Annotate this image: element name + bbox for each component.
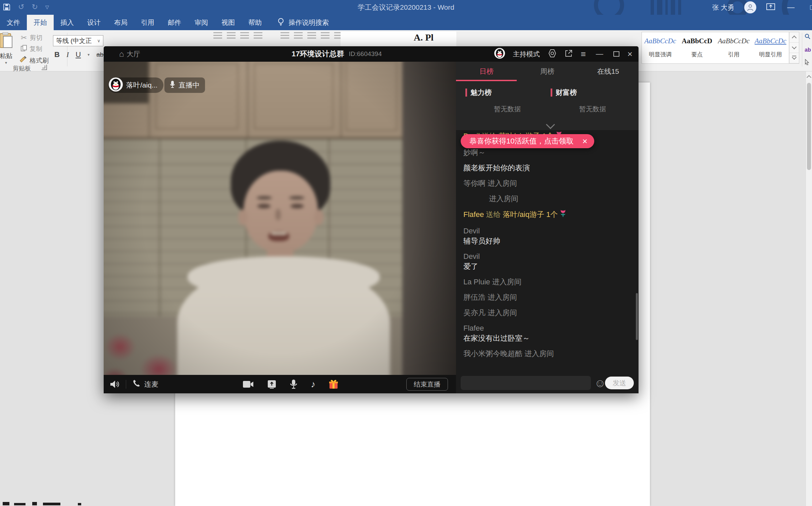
word-titlebar: ↺ ↻ ▽ 学工会议记录20200213 - Word 张 大勇 — □ xyxy=(0,0,812,15)
chat-message: 颜老板开始你的表演 xyxy=(463,163,632,173)
settings-gear-icon[interactable] xyxy=(548,49,557,59)
microphone-icon[interactable] xyxy=(290,379,297,389)
end-stream-button[interactable]: 结束直播 xyxy=(406,378,448,391)
tab-mailings[interactable]: 邮件 xyxy=(161,15,188,30)
cut-button[interactable]: ✂剪切 xyxy=(21,34,42,42)
mic-link-button[interactable]: 连麦 xyxy=(132,380,158,389)
font-name-select[interactable]: 等线 (中文正∨ xyxy=(53,35,103,46)
streamer-avatar xyxy=(109,77,123,93)
maximize-button[interactable]: □ xyxy=(807,3,812,12)
copy-button[interactable]: 复制 xyxy=(21,45,42,53)
gallery-scroll-up-icon xyxy=(790,32,799,43)
tab-references[interactable]: 引用 xyxy=(134,15,161,30)
chat-scrollbar-thumb[interactable] xyxy=(636,293,638,340)
document-heading-fragment: A. Pl xyxy=(341,32,456,46)
charm-board: 魅力榜 暂无数据 xyxy=(465,88,549,114)
underline-button[interactable]: U xyxy=(75,50,81,59)
paste-button[interactable]: 粘贴 ▾ xyxy=(0,32,16,65)
collapse-chevron-icon[interactable] xyxy=(547,121,555,128)
mic-badge-icon xyxy=(170,80,175,90)
clipboard-group-label: 剪贴板 xyxy=(13,64,31,72)
find-button[interactable]: 查找 xyxy=(805,33,812,42)
gift-icon[interactable] xyxy=(329,379,338,389)
wealth-empty: 暂无数据 xyxy=(551,105,635,114)
bold-button[interactable]: B xyxy=(54,50,60,59)
music-icon[interactable]: ♪ xyxy=(311,379,315,390)
vignette-overlay xyxy=(104,62,456,393)
style-list-paragraph[interactable]: AaBbCcD 要点 xyxy=(679,32,716,63)
chat-list[interactable]: 恭喜你获得10活跃值，点击领取 × Devil 送给 落叶/aiq游子 1个 妙… xyxy=(456,130,639,373)
qq-close-button[interactable]: × xyxy=(627,49,632,59)
tab-review[interactable]: 审阅 xyxy=(188,15,215,30)
tell-me-search[interactable]: 操作说明搜索 xyxy=(268,15,329,30)
tab-daily-rank[interactable]: 日榜 xyxy=(456,62,517,81)
account-avatar[interactable] xyxy=(744,1,756,13)
wealth-board: 财富榜 暂无数据 xyxy=(551,88,635,114)
send-button[interactable]: 发送 xyxy=(605,377,634,389)
lobby-button[interactable]: ⌂ 大厅 xyxy=(119,49,140,59)
chat-input-row: ☺ 发送 xyxy=(456,373,639,393)
styles-gallery-scroll[interactable] xyxy=(789,32,799,64)
tab-layout[interactable]: 布局 xyxy=(107,15,134,30)
host-mode-label[interactable]: 主持模式 xyxy=(513,50,540,59)
style-intense-emphasis[interactable]: AaBbCcDc 明显强调 xyxy=(642,32,679,63)
chat-message: Devil 爱了 xyxy=(463,251,632,272)
replace-icon: ab xyxy=(805,47,811,53)
qq-maximize-button[interactable] xyxy=(613,51,619,57)
live-badge: 直播中 xyxy=(164,77,205,93)
style-quote[interactable]: AaBbCcDc 引用 xyxy=(715,32,752,63)
enter-room-message: 等你啊 进入房间 xyxy=(463,178,632,188)
popout-icon[interactable] xyxy=(565,49,573,59)
replace-button[interactable]: ab 替换 xyxy=(805,46,812,54)
camera-icon[interactable] xyxy=(243,380,254,388)
ribbon-tab-bar: 文件 开始 插入 设计 布局 引用 邮件 审阅 视图 帮助 操作说明搜索 xyxy=(0,15,812,30)
tab-design[interactable]: 设计 xyxy=(81,15,107,30)
format-painter-button[interactable]: 格式刷 xyxy=(19,56,49,65)
streamer-badge[interactable]: 落叶/aiq... xyxy=(108,77,163,93)
italic-button[interactable]: I xyxy=(66,50,69,59)
scroll-up-icon[interactable] xyxy=(806,73,812,80)
speaker-icon[interactable] xyxy=(110,380,120,389)
qq-titlebar[interactable]: ⌂ 大厅 17环境设计总群 ID:6604394 主持模式 ≡ — xyxy=(104,46,639,62)
gallery-scroll-down-icon xyxy=(790,43,799,53)
activity-toast[interactable]: 恭喜你获得10活跃值，点击领取 × xyxy=(461,134,594,148)
tab-online-count[interactable]: 在线15 xyxy=(578,62,639,81)
leaderboard-tabs: 日榜 周榜 在线15 xyxy=(456,62,639,81)
gift-message: Flafee 送给 落叶/aiq游子 1个 xyxy=(463,209,632,221)
word-scrollbar[interactable] xyxy=(806,71,812,506)
screen: ↺ ↻ ▽ 学工会议记录20200213 - Word 张 大勇 — □ 文件 … xyxy=(0,0,812,506)
video-area[interactable]: 落叶/aiq... 直播中 连麦 xyxy=(104,62,456,393)
screen-share-icon[interactable] xyxy=(267,380,276,389)
paragraph-group-icons[interactable] xyxy=(213,32,343,40)
qq-avatar[interactable] xyxy=(494,48,505,60)
menu-icon[interactable]: ≡ xyxy=(581,49,586,59)
enter-room-message: 吴亦凡 进入房间 xyxy=(463,308,632,318)
chat-input[interactable] xyxy=(461,376,591,390)
leaderboards: 魅力榜 暂无数据 财富榜 暂无数据 xyxy=(456,81,639,130)
ribbon-display-options-icon[interactable] xyxy=(766,3,775,12)
account-name[interactable]: 张 大勇 xyxy=(712,3,734,12)
emoji-button[interactable]: ☺ xyxy=(594,376,606,390)
tab-weekly-rank[interactable]: 周榜 xyxy=(517,62,577,81)
style-intense-quote[interactable]: AaBbCcDc 明显引用 xyxy=(752,32,789,63)
cut-icon: ✂ xyxy=(21,34,27,42)
tab-help[interactable]: 帮助 xyxy=(242,15,268,30)
select-button[interactable]: 选择 xyxy=(805,58,812,67)
home-icon: ⌂ xyxy=(119,49,124,59)
minimize-button[interactable]: — xyxy=(785,3,797,12)
chat-message: Devil 辅导员好帅 xyxy=(463,226,632,246)
tab-home[interactable]: 开始 xyxy=(27,15,54,30)
tab-file[interactable]: 文件 xyxy=(0,15,27,30)
styles-gallery: AaBbCcDc 明显强调 AaBbCcD 要点 AaBbCcDc 引用 AaB… xyxy=(642,32,789,64)
tab-view[interactable]: 视图 xyxy=(215,15,242,30)
lightbulb-icon xyxy=(277,17,285,28)
scrollbar-thumb[interactable] xyxy=(807,83,811,170)
document-title: 学工会议记录20200213 - Word xyxy=(0,0,812,15)
tulip-gift-icon xyxy=(560,209,566,221)
toast-close-icon[interactable]: × xyxy=(582,136,587,147)
search-icon xyxy=(805,34,811,41)
tab-insert[interactable]: 插入 xyxy=(54,15,81,30)
clipboard-dialog-launcher[interactable] xyxy=(42,65,47,70)
qq-minimize-button[interactable]: — xyxy=(594,50,605,58)
cursor-icon xyxy=(805,59,809,67)
